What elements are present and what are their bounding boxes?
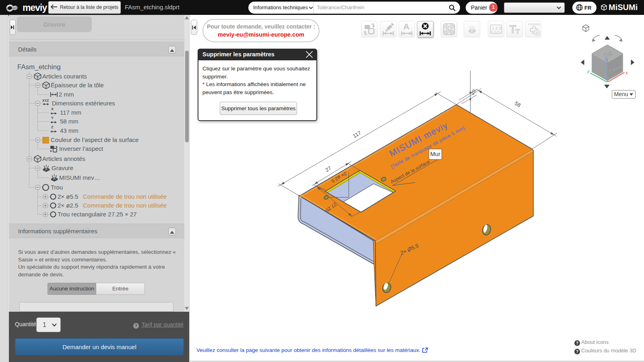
svg-text:x: x [625,70,628,75]
svg-text:XYZ: XYZ [42,99,49,103]
svg-text:58 mm: 58 mm [60,118,78,125]
svg-text:Dimensions extérieures: Dimensions extérieures [52,100,115,107]
svg-text:Couleur de l’aspect de la surf: Couleur de l’aspect de la surface [51,136,138,143]
svg-text:Inverser l’aspect: Inverser l’aspect [59,145,103,152]
svg-text:FAsm_etching: FAsm_etching [17,63,61,71]
svg-text:117 mm: 117 mm [60,109,81,116]
svg-text:Z: Z [51,125,54,129]
svg-text:2 mm: 2 mm [59,91,74,98]
svg-text:Articles courants: Articles courants [42,73,87,80]
svg-text:43 mm: 43 mm [60,127,78,134]
svg-text:27: 27 [324,165,332,173]
svg-text:20: 20 [470,88,477,95]
svg-text:Trou rectangulaire 27.25 × 27: Trou rectangulaire 27.25 × 27 [58,211,137,218]
svg-text:MISUMI mev…: MISUMI mev… [59,174,100,181]
svg-text:z: z [605,56,608,61]
svg-text:Gravure: Gravure [52,165,73,171]
svg-text:Trou: Trou [51,184,63,191]
svg-text:y: y [587,69,590,74]
svg-text:58: 58 [514,100,522,108]
svg-text:2× ø5.5: 2× ø5.5 [58,193,78,200]
svg-text:Y: Y [51,116,54,120]
svg-text:Épaisseur de la tôle: Épaisseur de la tôle [51,82,104,88]
svg-text:Articles annotés: Articles annotés [42,155,85,162]
svg-text:2× ø2.5: 2× ø2.5 [58,202,78,209]
svg-text:Commande de trou non utilisée: Commande de trou non utilisée [83,202,167,209]
svg-text:X: X [51,107,54,111]
svg-text:117: 117 [352,130,362,139]
svg-text:Commande de trou non utilisée: Commande de trou non utilisée [83,193,167,200]
